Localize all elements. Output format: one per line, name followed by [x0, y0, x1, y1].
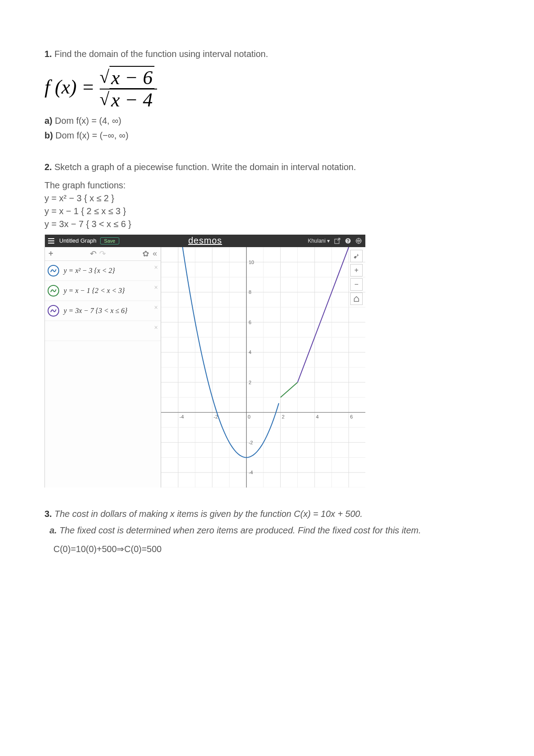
desmos-app: Untitled Graph Save desmos Khulani ▾ ?: [44, 235, 365, 488]
q2-prompt: 2. Sketch a graph of a piecewise functio…: [44, 162, 490, 172]
wrench-icon[interactable]: [350, 250, 363, 262]
color-toggle-icon[interactable]: [48, 305, 59, 317]
close-icon[interactable]: ×: [154, 304, 158, 312]
q3-sub-a: a. The fixed cost is determined when zer…: [44, 525, 490, 536]
expression-toolbar: + ↶ ↷ ✿ «: [45, 247, 161, 261]
q3-answer: C(0)=10(0)+500⇒C(0)=500: [53, 544, 490, 554]
expression-panel: + ↶ ↷ ✿ « y = x² − 3 {x < 2}×y = x − 1 {…: [45, 247, 161, 488]
expression-text: y = x − 1 {2 < x < 3}: [64, 287, 125, 295]
share-icon[interactable]: [334, 238, 340, 244]
help-icon[interactable]: ?: [345, 238, 351, 244]
save-button[interactable]: Save: [100, 237, 119, 244]
q2-piece-2: y = x − 1 { 2 ≤ x ≤ 3 }: [44, 206, 490, 216]
svg-text:6: 6: [350, 414, 353, 419]
plot-area: -4-20246-4-2246810: [161, 247, 365, 488]
add-expression-icon[interactable]: +: [49, 249, 53, 258]
color-toggle-icon[interactable]: [48, 265, 59, 276]
undo-icon[interactable]: ↶: [90, 249, 97, 259]
q1-formula: f (x) = x − 6 x − 4: [44, 67, 490, 111]
graph-canvas[interactable]: -4-20246-4-2246810 » + −: [161, 247, 365, 488]
q2-intro: The graph functions:: [44, 180, 490, 191]
svg-text:2: 2: [249, 380, 251, 385]
expression-row[interactable]: y = x² − 3 {x < 2}×: [45, 261, 161, 281]
color-toggle-icon[interactable]: [48, 285, 59, 297]
desmos-logo: desmos: [188, 236, 222, 246]
expression-text: y = 3x − 7 {3 < x ≤ 6}: [64, 307, 127, 315]
expression-row[interactable]: y = x − 1 {2 < x < 3}×: [45, 281, 161, 301]
svg-text:0: 0: [248, 414, 251, 419]
q1-answer-b: b) Dom f(x) = (−∞, ∞): [44, 130, 490, 141]
close-icon[interactable]: ×: [154, 324, 158, 332]
svg-text:-2: -2: [249, 440, 253, 445]
settings-icon[interactable]: ✿: [142, 249, 149, 259]
q1-prompt: 1. Find the domain of the function using…: [44, 49, 490, 59]
empty-expression-row[interactable]: ×: [45, 321, 161, 341]
q1-answer-a: a) Dom f(x) = (4, ∞): [44, 116, 490, 126]
svg-text:-4: -4: [249, 470, 253, 475]
question-2: 2. Sketch a graph of a piecewise functio…: [44, 162, 490, 488]
close-icon[interactable]: ×: [154, 264, 158, 272]
svg-text:2: 2: [282, 414, 284, 419]
close-icon[interactable]: ×: [154, 284, 158, 292]
question-3: 3. The cost in dollars of making x items…: [44, 509, 490, 554]
svg-text:?: ?: [347, 239, 349, 244]
svg-text:4: 4: [249, 350, 251, 355]
hamburger-icon[interactable]: [45, 235, 57, 247]
language-icon[interactable]: [356, 238, 362, 244]
svg-text:4: 4: [316, 414, 319, 419]
svg-text:8: 8: [249, 289, 251, 295]
q3-prompt: 3. The cost in dollars of making x items…: [44, 509, 490, 519]
user-menu[interactable]: Khulani ▾: [308, 238, 330, 244]
home-icon[interactable]: [350, 293, 363, 305]
svg-text:10: 10: [249, 260, 254, 265]
svg-text:-4: -4: [179, 414, 184, 419]
empty-expression-row[interactable]: [45, 341, 161, 354]
graph-tools: + −: [350, 250, 363, 305]
desmos-topbar: Untitled Graph Save desmos Khulani ▾ ?: [45, 235, 365, 247]
zoom-out-icon[interactable]: −: [350, 278, 363, 291]
collapse-panel-icon[interactable]: «: [153, 249, 157, 258]
question-1: 1. Find the domain of the function using…: [44, 49, 490, 141]
graph-title[interactable]: Untitled Graph: [59, 237, 97, 244]
q2-piece-3: y = 3x − 7 { 3 < x ≤ 6 }: [44, 219, 490, 229]
q2-piece-1: y = x² − 3 { x ≤ 2 }: [44, 193, 490, 203]
expression-row[interactable]: y = 3x − 7 {3 < x ≤ 6}×: [45, 301, 161, 321]
svg-text:6: 6: [249, 320, 251, 325]
expression-text: y = x² − 3 {x < 2}: [64, 267, 115, 275]
redo-icon[interactable]: ↷: [99, 249, 106, 259]
zoom-in-icon[interactable]: +: [350, 264, 363, 276]
